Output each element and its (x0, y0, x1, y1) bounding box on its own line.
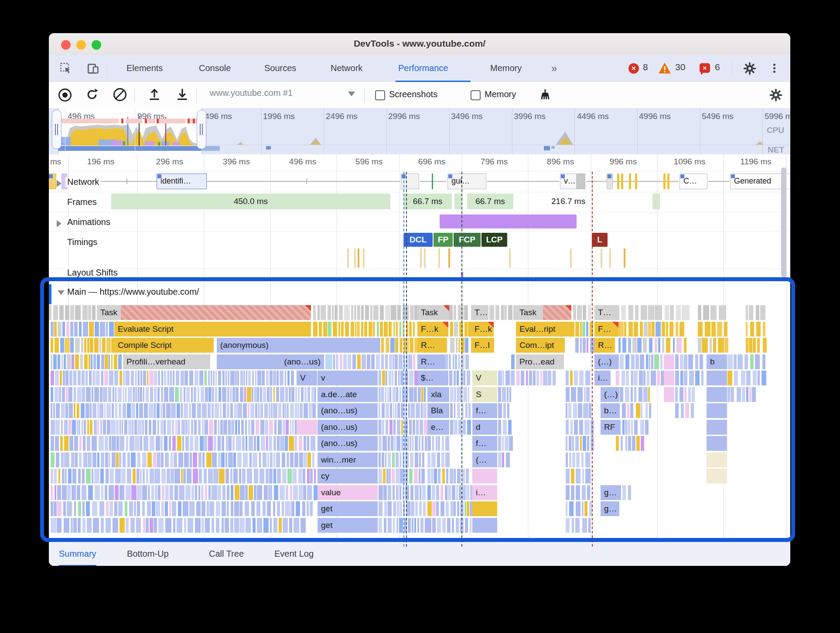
network-request-chip[interactable]: gui… (447, 174, 486, 189)
long-task-indicator (121, 119, 123, 123)
memory-checkbox[interactable] (471, 90, 481, 100)
overview-gridline (65, 108, 65, 154)
request-priority-icon (608, 174, 611, 178)
overview-gridline (574, 108, 575, 154)
screen-background: DevTools - www.youtube.com/ ElementsCons… (0, 0, 840, 633)
memory-label: Memory (485, 89, 516, 99)
timing-marker-l[interactable]: L (592, 233, 608, 247)
device-toolbar-icon[interactable] (87, 62, 99, 75)
divider (732, 61, 732, 76)
clear-button[interactable] (113, 88, 126, 101)
request-priority-icon (731, 174, 735, 178)
network-request-chip[interactable]: v… (560, 174, 585, 189)
panel-settings-gear-icon[interactable] (769, 88, 782, 102)
timing-event-tick (358, 248, 359, 268)
bottom-tab-bottom-up[interactable]: Bottom-Up (127, 542, 169, 565)
selection-left-handle[interactable] (52, 110, 61, 149)
more-tabs-button[interactable]: » (551, 55, 557, 82)
overview-time-label: 4496 ms (577, 112, 609, 121)
chevron-down-icon[interactable] (348, 92, 355, 96)
bottom-tab-event-log[interactable]: Event Log (274, 542, 314, 565)
animations-expand-arrow-icon[interactable] (57, 220, 61, 227)
frame-duration-bar[interactable]: 66.7 ms (403, 194, 452, 209)
long-task-indicator (145, 119, 147, 123)
error-count[interactable]: 8 (643, 62, 648, 72)
tab-performance[interactable]: Performance (398, 55, 448, 82)
load-profile-icon[interactable] (147, 88, 161, 102)
overview-gridline (135, 108, 135, 154)
timing-marker-fp[interactable]: FP (434, 233, 453, 247)
network-request-chip[interactable]: C… (680, 174, 707, 189)
network-expand-arrow-icon[interactable] (57, 180, 61, 187)
network-request-chip[interactable] (607, 174, 613, 189)
save-profile-icon[interactable] (175, 88, 189, 102)
overview-time-label: 1996 ms (263, 112, 295, 121)
timing-marker-fcp[interactable]: FCP (454, 233, 481, 247)
collect-garbage-icon[interactable] (538, 88, 552, 102)
network-track-label: Network (65, 177, 101, 187)
timing-event-tick (448, 248, 450, 268)
overview-gridline (324, 108, 324, 154)
timing-event-tick (570, 248, 572, 268)
tab-network[interactable]: Network (331, 55, 362, 82)
kebab-menu-icon[interactable] (773, 62, 775, 74)
request-timing-line (708, 181, 729, 182)
animation-bar[interactable] (440, 214, 577, 228)
frame-duration-bar[interactable]: 66.7 ms (467, 194, 513, 209)
settings-gear-icon[interactable] (743, 62, 756, 75)
screenshots-label: Screenshots (389, 89, 437, 99)
highlight-annotation-rectangle (40, 277, 795, 542)
frame-duration-bar[interactable] (652, 194, 660, 209)
issue-count[interactable]: 6 (715, 62, 720, 72)
timing-event-tick (438, 248, 440, 268)
long-task-indicator (58, 119, 119, 123)
overview-gridline (449, 108, 450, 154)
ruler-time-label: 1096 ms (674, 157, 706, 167)
frame-duration-bar[interactable]: 450.0 ms (111, 194, 390, 209)
network-event-mark (629, 174, 631, 189)
timing-marker-lcp[interactable]: LCP (481, 233, 507, 247)
selection-right-handle[interactable] (197, 110, 206, 149)
timing-event-tick (509, 248, 511, 268)
vertical-scrollbar[interactable] (781, 167, 786, 278)
tab-elements[interactable]: Elements (126, 55, 163, 82)
tab-sources[interactable]: Sources (264, 55, 296, 82)
timing-marker-dcl[interactable]: DCL (403, 233, 433, 247)
details-tabbar: SummaryBottom-UpCall TreeEvent Log (49, 542, 790, 566)
ruler-time-label: 496 ms (289, 157, 316, 167)
cpu-activity-bump (310, 138, 321, 145)
timeline-overview-minimap[interactable]: CPU NET 496 ms996 ms1496 ms1996 ms2496 m… (49, 108, 790, 154)
warning-badge-icon[interactable] (658, 62, 671, 74)
overview-time-label: 4996 ms (639, 112, 671, 121)
tab-console[interactable]: Console (199, 55, 231, 82)
ruler-time-label: 596 ms (355, 157, 382, 167)
tab-memory[interactable]: Memory (490, 55, 522, 82)
cpu-activity-bump (556, 132, 573, 145)
cpu-activity-bump (237, 142, 244, 145)
error-badge-icon[interactable]: × (628, 63, 639, 74)
bottom-tab-summary[interactable]: Summary (59, 542, 96, 566)
reload-record-button[interactable] (85, 88, 99, 101)
timing-event-tick (354, 248, 356, 268)
record-button[interactable] (58, 88, 72, 102)
ruler-time-label: 696 ms (418, 157, 445, 167)
devtools-tabbar: ElementsConsoleSourcesNetworkPerformance… (49, 55, 790, 82)
overview-gridline (386, 108, 387, 154)
overview-time-label: 3996 ms (514, 112, 546, 121)
inspect-icon[interactable] (60, 62, 72, 75)
network-event-mark (617, 174, 619, 189)
ruler-time-label: 896 ms (547, 157, 574, 167)
issues-badge-icon[interactable]: × (700, 63, 710, 73)
request-timing-line (487, 181, 559, 182)
overview-time-label: 5996 ms (765, 112, 790, 121)
screenshots-checkbox[interactable] (375, 90, 385, 100)
network-event-mark (663, 174, 666, 189)
timing-event-tick (347, 248, 349, 268)
divider (107, 61, 107, 76)
network-request-chip[interactable]: identifi… (157, 174, 207, 189)
bottom-tab-call-tree[interactable]: Call Tree (209, 542, 244, 565)
warning-count[interactable]: 30 (675, 62, 685, 72)
cpu-activity-bump (756, 141, 764, 145)
network-request-chip[interactable] (49, 174, 56, 189)
session-select[interactable]: www.youtube.com #1 (210, 88, 341, 98)
